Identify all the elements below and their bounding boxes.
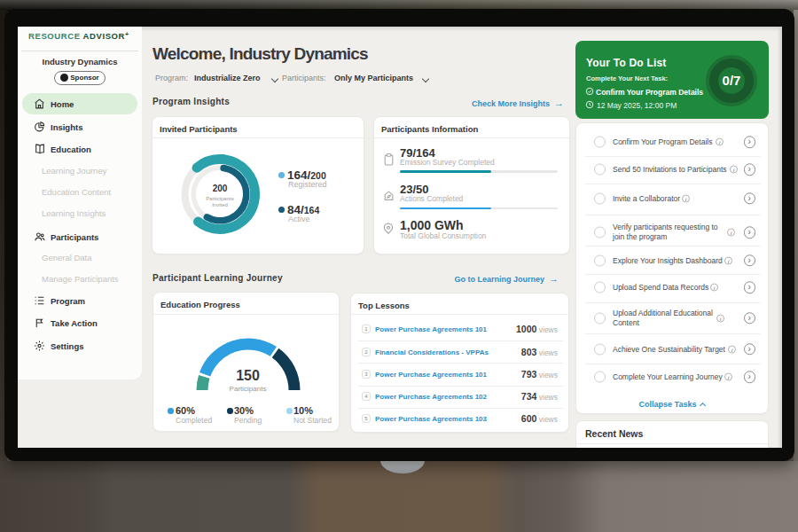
svg-text:200: 200: [213, 184, 228, 193]
svg-text:Invited: Invited: [212, 202, 228, 207]
svg-text:Participants: Participants: [206, 196, 233, 201]
